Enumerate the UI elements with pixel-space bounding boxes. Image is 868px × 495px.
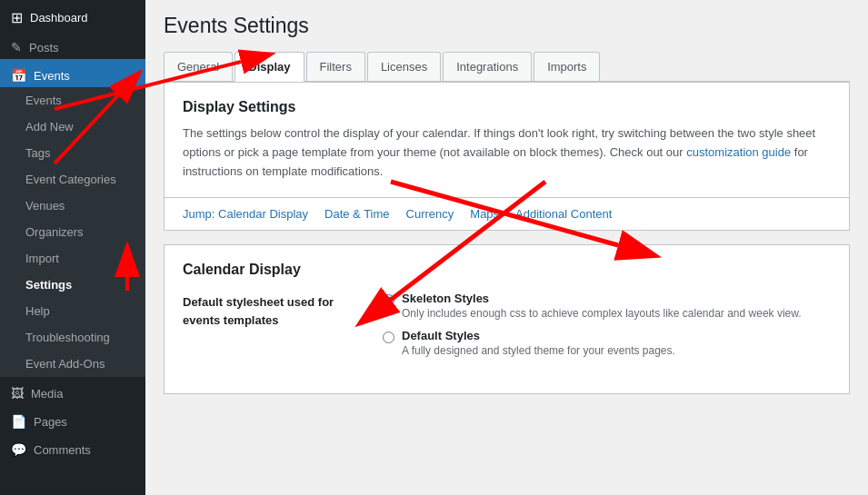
sidebar-item-media[interactable]: 🖼 Media [0, 377, 145, 405]
tab-display[interactable]: Display [234, 52, 304, 82]
sidebar-item-add-new[interactable]: Add New [0, 114, 145, 140]
radio-default-styles[interactable] [383, 332, 394, 343]
radio-option-skeleton: Skeleton Styles Only includes enough css… [383, 292, 831, 320]
events-icon: 📅 [11, 68, 26, 83]
display-settings-card: Display Settings The settings below cont… [164, 82, 850, 198]
sidebar-item-help[interactable]: Help [0, 298, 145, 324]
tab-integrations[interactable]: Integrations [443, 52, 532, 81]
sidebar-item-import[interactable]: Import [0, 245, 145, 272]
calendar-display-section: Calendar Display Default stylesheet used… [164, 244, 850, 394]
radio-skeleton-label: Skeleton Styles [402, 292, 802, 305]
sidebar-item-comments[interactable]: 💬 Comments [0, 433, 145, 461]
sidebar-item-troubleshooting[interactable]: Troubleshooting [0, 324, 145, 351]
sidebar-item-dashboard[interactable]: ⊞ Dashboard [0, 0, 145, 31]
sidebar-item-events[interactable]: 📅 Events [0, 59, 145, 87]
sidebar: ⊞ Dashboard ✎ Posts 📅 Events Events Add … [0, 0, 145, 495]
radio-default-desc: A fully designed and styled theme for yo… [402, 344, 675, 357]
stylesheet-label: Default stylesheet used for events templ… [183, 292, 364, 329]
sidebar-item-tags[interactable]: Tags [0, 140, 145, 166]
radio-skeleton[interactable] [383, 294, 394, 306]
comments-icon: 💬 [11, 442, 26, 457]
media-icon: 🖼 [11, 386, 24, 401]
sidebar-item-posts[interactable]: ✎ Posts [0, 31, 145, 59]
tab-filters[interactable]: Filters [306, 52, 365, 81]
sidebar-item-settings[interactable]: Settings [0, 272, 145, 298]
tab-licenses[interactable]: Licenses [367, 52, 441, 81]
radio-default-label: Default Styles [402, 329, 675, 342]
radio-option-default: Default Styles A fully designed and styl… [383, 329, 831, 357]
subnav-link-additional-content[interactable]: Additional Content [515, 207, 612, 221]
tabs-bar: General Display Filters Licenses Integra… [164, 52, 850, 82]
subnav-link-maps[interactable]: Maps [470, 207, 499, 221]
calendar-display-title: Calendar Display [183, 262, 831, 278]
sidebar-item-events-sub[interactable]: Events [0, 87, 145, 114]
subnav-link-jump[interactable]: Jump: Calendar Display [183, 207, 308, 221]
sidebar-item-pages[interactable]: 📄 Pages [0, 405, 145, 433]
form-row-stylesheet: Default stylesheet used for events templ… [183, 292, 831, 366]
subnav-link-date-time[interactable]: Date & Time [324, 207, 390, 221]
tab-imports[interactable]: Imports [534, 52, 600, 81]
posts-icon: ✎ [11, 40, 22, 54]
tab-general[interactable]: General [164, 52, 233, 81]
sidebar-item-event-categories[interactable]: Event Categories [0, 166, 145, 193]
display-settings-title: Display Settings [183, 99, 831, 115]
main-content: Events Settings General Display Filters … [145, 0, 868, 495]
page-title: Events Settings [164, 14, 850, 38]
subnav-link-currency[interactable]: Currency [406, 207, 454, 221]
radio-skeleton-desc: Only includes enough css to achieve comp… [402, 307, 802, 320]
customization-guide-link[interactable]: customization guide [686, 145, 791, 159]
sub-nav: Jump: Calendar Display Date & Time Curre… [164, 198, 850, 231]
events-submenu: Events Add New Tags Event Categories Ven… [0, 87, 145, 377]
pages-icon: 📄 [11, 414, 26, 429]
sidebar-item-organizers[interactable]: Organizers [0, 219, 145, 245]
dashboard-icon: ⊞ [11, 9, 23, 26]
sidebar-item-venues[interactable]: Venues [0, 193, 145, 219]
sidebar-item-event-add-ons[interactable]: Event Add-Ons [0, 351, 145, 377]
stylesheet-options: Skeleton Styles Only includes enough css… [383, 292, 831, 366]
display-settings-desc: The settings below control the display o… [183, 124, 831, 181]
